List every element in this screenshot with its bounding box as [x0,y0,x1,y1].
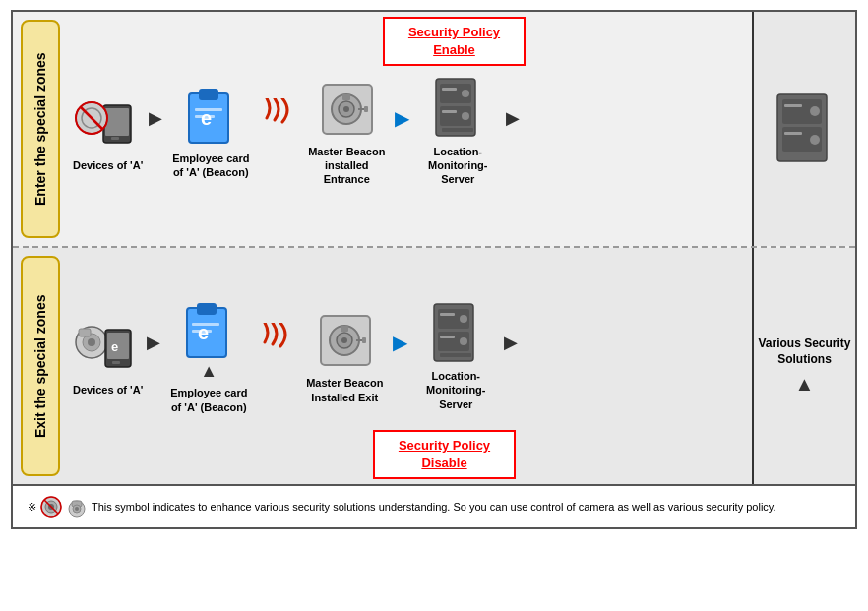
server-exit-icon [421,301,490,365]
svg-rect-61 [440,353,471,357]
enter-devices: Devices of 'A' [73,91,143,172]
server-enter-label: Location-Monitoring-Server [413,145,502,187]
svg-rect-10 [195,108,222,111]
policy-disable-text: Security Policy Disable [389,437,500,472]
beacon-exit-label: Master Beacon Installed Exit [300,376,389,404]
svg-rect-2 [111,137,119,140]
svg-point-23 [462,112,469,120]
exit-server: Location-Monitoring-Server [411,301,500,411]
svg-rect-59 [440,313,455,316]
svg-rect-25 [442,110,457,113]
footnote-section: ※ This symbol indicates to enhance vario… [13,484,855,527]
policy-enable-text: Security Policy Enable [399,24,510,59]
solutions-column-enter [752,12,855,246]
svg-point-22 [462,90,469,97]
main-diagram: Enter the special zones Security Policy … [11,10,857,529]
enter-section: Enter the special zones Security Policy … [13,12,855,248]
solutions-column-exit: Various Security Solutions ▲ [752,248,855,484]
employee-card-icon: e [176,84,245,148]
beacon-exit-icon [310,308,379,372]
devices-label: Devices of 'A' [73,158,143,172]
up-arrow: ▲ [182,361,236,382]
footnote-icon2 [66,496,88,518]
blue-arrow1: ▶ [395,106,409,130]
svg-rect-40 [112,361,120,364]
exit-devices: e Devices of 'A' [73,315,143,397]
svg-rect-43 [197,303,217,315]
exit-signal-waves [257,323,296,362]
svg-rect-45 [192,323,219,326]
server-enter-icon [423,77,492,141]
beacon-entrance-label: Master Beacon installed Entrance [302,145,391,187]
svg-rect-1 [105,108,129,136]
svg-rect-46 [192,330,212,333]
solutions-label: Various Security Solutions [754,336,855,367]
svg-point-36 [88,338,95,346]
footnote-icon1 [40,496,62,518]
svg-text:e: e [111,339,118,354]
exit-main-flow: Security Policy Disable [68,248,752,484]
exit-devices-icon: e [74,315,143,379]
svg-point-31 [810,135,820,145]
footnote-symbol: ※ [28,499,36,516]
svg-rect-60 [440,336,455,338]
svg-rect-26 [442,128,473,132]
beacon-entrance-icon [312,77,381,141]
exit-devices-label: Devices of 'A' [73,383,143,397]
svg-rect-11 [195,115,215,118]
enter-server: Location-Monitoring-Server [413,77,502,187]
svg-rect-8 [199,89,218,100]
svg-point-50 [341,337,347,343]
blue-arrow-exit: ▶ [393,331,407,354]
svg-rect-33 [784,132,802,135]
svg-rect-32 [784,104,802,107]
exit-label: Exit the special zones [21,256,60,476]
svg-rect-51 [341,326,348,332]
enter-beacon: Master Beacon installed Entrance [302,77,391,187]
svg-rect-24 [442,88,457,91]
footnote-text: This symbol indicates to enhance various… [92,499,776,516]
exit-employee-card-label: Employee card of 'A' (Beacon) [164,386,253,414]
svg-rect-53 [362,337,366,343]
enter-main-flow: Security Policy Enable [68,12,752,246]
footnote-content: ※ This symbol indicates to enhance vario… [28,496,840,518]
svg-rect-16 [342,94,350,100]
solutions-label-container: Various Security Solutions [754,336,855,367]
svg-point-30 [810,106,820,116]
black-arrow-enter: ▶ [506,107,520,129]
exit-card-with-arrow: e ▲ [182,298,236,382]
svg-point-58 [460,337,467,345]
enter-employee-card: e Employee card of 'A' (Beacon) [166,84,255,180]
policy-disable-box: Security Policy Disable [373,430,516,479]
svg-point-70 [75,507,79,511]
arrow-to-solutions-exit: ▶ [504,332,518,353]
policy-enable-box: Security Policy Enable [383,17,526,66]
arrow-exit1: ▶ [147,332,160,353]
up-arrow-solutions: ▲ [795,373,815,396]
exit-beacon: Master Beacon Installed Exit [300,308,389,404]
svg-rect-37 [79,329,91,336]
exit-section: Exit the special zones Security Policy D… [13,248,855,484]
employee-card-label: Employee card of 'A' (Beacon) [166,152,255,180]
signal-waves [259,98,298,138]
arrow1: ▶ [149,107,162,129]
devices-icon [74,91,143,154]
svg-point-57 [460,315,467,323]
enter-label: Enter the special zones [21,20,60,238]
server-exit-label: Location-Monitoring-Server [411,369,500,411]
svg-rect-18 [364,106,368,112]
svg-point-15 [343,106,349,112]
enter-flow-wrapper: Security Policy Enable [68,12,855,246]
exit-flow-wrapper: Security Policy Disable [68,248,855,484]
exit-employee-card: e ▲ Employee card of 'A' (Beacon) [164,298,253,414]
